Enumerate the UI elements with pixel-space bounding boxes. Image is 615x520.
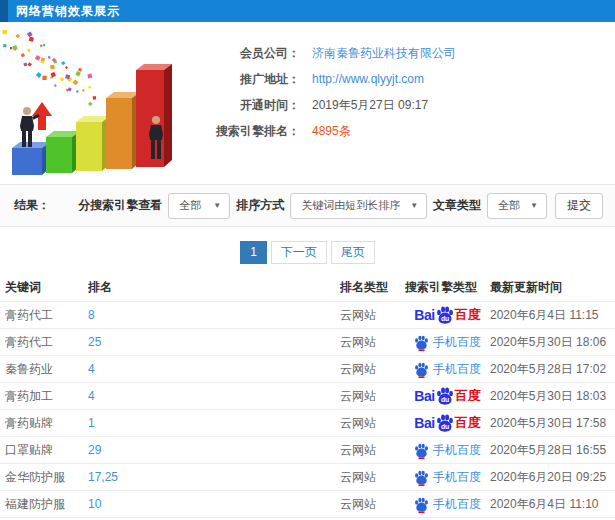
engine-cell: Bai du 百度 手机百度 <box>405 361 490 378</box>
mobile-baidu-text: 手机百度 <box>433 496 481 513</box>
engine-rank-count: 4895条 <box>312 123 351 140</box>
bar-orange <box>106 92 140 169</box>
next-page-button[interactable]: 下一页 <box>271 241 327 264</box>
page-title: 网络营销效果展示 <box>8 3 120 20</box>
article-type-label: 文章类型 <box>433 197 481 214</box>
page-1-button[interactable]: 1 <box>240 241 267 264</box>
filter-controls: 分搜索引擎查看 全部 ▼ 排序方式 关键词由短到长排序 ▼ 文章类型 全部 ▼ … <box>72 193 603 219</box>
updated-cell: 2020年5月28日 17:02 <box>490 361 615 378</box>
member-info-section: 会员公司： 济南秦鲁药业科技有限公司 推广地址： http://www.qlyy… <box>0 22 615 184</box>
engine-rank-row: 搜索引擎排名： 4895条 <box>182 118 615 144</box>
result-label: 结果： <box>14 197 50 214</box>
header-engine-type: 搜索引擎类型 <box>405 279 490 296</box>
engine-cell: Bai du 百度 手机百度 <box>405 306 490 324</box>
rank-link[interactable]: 4 <box>88 389 95 403</box>
rank-link[interactable]: 4 <box>88 362 95 376</box>
table-row: 膏药加工 4 云网站 Bai du 百度 手机百度 2020年5月30 <box>0 382 615 409</box>
opened-value: 2019年5月27日 09:17 <box>312 97 428 114</box>
header-rank: 排名 <box>88 279 340 296</box>
baidu-mobile-logo: 手机百度 <box>414 442 481 459</box>
rank-cell: 17,25 <box>88 470 340 484</box>
title-bar-accent <box>0 0 8 22</box>
header-keyword: 关键词 <box>5 279 88 296</box>
header-rank-type: 排名类型 <box>340 279 405 296</box>
rank-link[interactable]: 8 <box>88 308 95 322</box>
rank-link[interactable]: 29 <box>88 443 101 457</box>
table-row: 口罩贴牌 29 云网站 Bai du 百度 手机百度 2020年5月2 <box>0 436 615 463</box>
rank-cell: 1 <box>88 416 340 430</box>
rank-type-cell: 云网站 <box>340 334 405 351</box>
rank-type-cell: 云网站 <box>340 307 405 324</box>
rank-cell: 29 <box>88 443 340 457</box>
baidu-paw-icon <box>414 442 429 459</box>
keyword-cell: 膏药加工 <box>5 388 88 405</box>
updated-cell: 2020年5月30日 18:06 <box>490 334 615 351</box>
baidu-paw-icon: du <box>436 306 454 324</box>
opened-label: 开通时间： <box>182 97 300 114</box>
table-row: 膏药代工 25 云网站 Bai du 百度 手机百度 2020年5月3 <box>0 328 615 355</box>
baidu-cn-text: 百度 <box>455 414 481 432</box>
rank-cell: 10 <box>88 497 340 511</box>
sort-label: 排序方式 <box>236 197 284 214</box>
company-link[interactable]: 济南秦鲁药业科技有限公司 <box>312 45 456 62</box>
baidu-paw-icon <box>414 334 429 351</box>
baidu-mobile-logo: 手机百度 <box>414 334 481 351</box>
baidu-cn-text: 百度 <box>455 306 481 324</box>
baidu-logo-text: Bai <box>414 307 434 323</box>
site-link[interactable]: http://www.qlyyjt.com <box>312 72 424 86</box>
baidu-paw-icon <box>414 469 429 486</box>
table-header-row: 关键词 排名 排名类型 搜索引擎类型 最新更新时间 <box>0 274 615 301</box>
opened-row: 开通时间： 2019年5月27日 09:17 <box>182 92 615 118</box>
rank-link[interactable]: 25 <box>88 335 101 349</box>
keyword-cell: 膏药代工 <box>5 307 88 324</box>
rank-type-cell: 云网站 <box>340 442 405 459</box>
baidu-paw-icon: du <box>436 387 454 405</box>
table-row: 膏药代工 8 云网站 Bai du 百度 手机百度 2020年6月4日 <box>0 301 615 328</box>
baidu-pc-logo: Bai du 百度 <box>414 414 480 432</box>
rank-link[interactable]: 1 <box>88 416 95 430</box>
marketing-report-page: 网络营销效果展示 <box>0 0 615 520</box>
title-bar: 网络营销效果展示 <box>0 0 615 22</box>
caret-down-icon: ▼ <box>530 201 538 210</box>
baidu-pc-logo: Bai du 百度 <box>414 306 480 324</box>
site-label: 推广地址： <box>182 71 300 88</box>
updated-cell: 2020年5月30日 18:03 <box>490 388 615 405</box>
baidu-pc-logo: Bai du 百度 <box>414 387 480 405</box>
engine-cell: Bai du 百度 手机百度 <box>405 496 490 513</box>
rank-type-cell: 云网站 <box>340 496 405 513</box>
filter-bar: 结果： 分搜索引擎查看 全部 ▼ 排序方式 关键词由短到长排序 ▼ 文章类型 全… <box>0 184 615 227</box>
rank-type-cell: 云网站 <box>340 469 405 486</box>
updated-cell: 2020年6月4日 11:15 <box>490 307 615 324</box>
svg-text:du: du <box>441 315 449 322</box>
header-updated: 最新更新时间 <box>490 279 615 296</box>
engine-cell: Bai du 百度 手机百度 <box>405 414 490 432</box>
baidu-mobile-logo: 手机百度 <box>414 361 481 378</box>
rank-link[interactable]: 17,25 <box>88 470 118 484</box>
keyword-cell: 膏药贴牌 <box>5 415 88 432</box>
rank-type-cell: 云网站 <box>340 388 405 405</box>
engine-filter-select[interactable]: 全部 ▼ <box>168 193 230 219</box>
keyword-cell: 金华防护服 <box>5 469 88 486</box>
rank-type-cell: 云网站 <box>340 361 405 378</box>
baidu-paw-icon <box>414 496 429 513</box>
table-body: 膏药代工 8 云网站 Bai du 百度 手机百度 2020年6月4日 <box>0 301 615 520</box>
keyword-cell: 秦鲁药业 <box>5 361 88 378</box>
company-label: 会员公司： <box>182 45 300 62</box>
keyword-rank-table: 关键词 排名 排名类型 搜索引擎类型 最新更新时间 膏药代工 8 云网站 Bai… <box>0 274 615 520</box>
mobile-baidu-text: 手机百度 <box>433 361 481 378</box>
baidu-paw-icon <box>414 361 429 378</box>
member-info-list: 会员公司： 济南秦鲁药业科技有限公司 推广地址： http://www.qlyy… <box>182 30 615 184</box>
bar-green <box>46 131 80 173</box>
sort-select[interactable]: 关键词由短到长排序 ▼ <box>290 193 427 219</box>
baidu-paw-icon: du <box>436 414 454 432</box>
bar-yellow <box>76 116 110 171</box>
last-page-button[interactable]: 尾页 <box>331 241 375 264</box>
baidu-mobile-logo: 手机百度 <box>414 496 481 513</box>
rank-link[interactable]: 10 <box>88 497 101 511</box>
svg-text:du: du <box>441 423 449 430</box>
growth-chart-graphic <box>0 30 182 182</box>
rank-cell: 4 <box>88 362 340 376</box>
submit-button[interactable]: 提交 <box>555 193 603 219</box>
article-type-select[interactable]: 全部 ▼ <box>487 193 547 219</box>
engine-cell: Bai du 百度 手机百度 <box>405 387 490 405</box>
